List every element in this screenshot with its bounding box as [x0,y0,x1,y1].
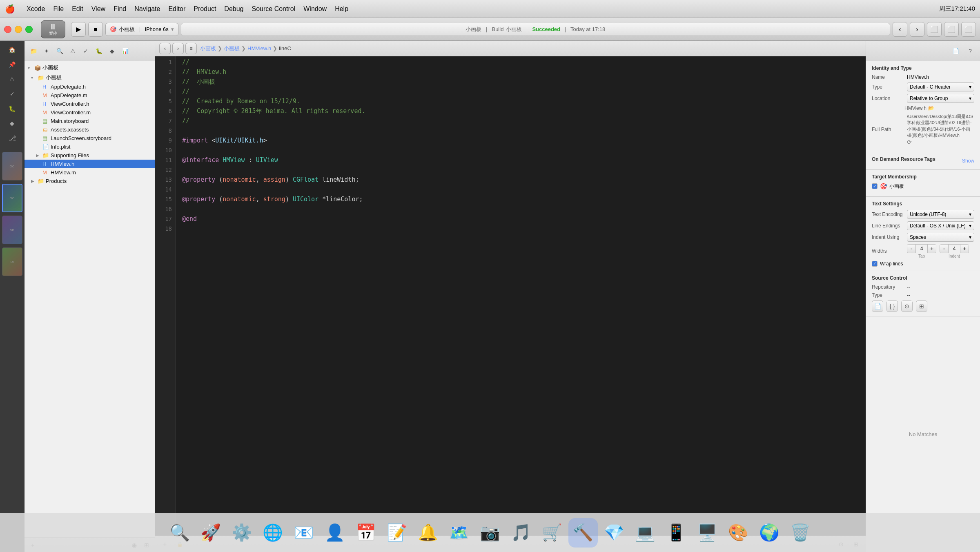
menubar-product[interactable]: Product [189,0,220,18]
forward-button[interactable]: › [910,22,924,37]
help-inspector-btn[interactable]: ? [964,45,976,57]
close-button[interactable] [4,26,11,33]
reveal-icon[interactable]: ⟳ [907,139,912,145]
test-nav-btn[interactable]: ✓ [80,45,91,57]
dock-contacts[interactable]: 👤 [320,518,350,548]
tab-width-stepper[interactable]: - 4 + [907,244,936,253]
dock-trash[interactable]: 🗑️ [786,518,815,548]
sc-add-icon[interactable]: 📄 [872,300,883,312]
menubar-find[interactable]: Find [109,0,130,18]
menubar-help[interactable]: Help [331,0,352,18]
stop-button[interactable]: ■ [88,22,103,37]
dock-preferences[interactable]: ⚙️ [227,518,256,548]
code-editor[interactable]: // // HMView.h // 小画板 // // Created by R… [176,56,866,536]
report-nav-btn[interactable]: 📊 [119,45,131,57]
tree-products[interactable]: ▶ 📁 Products [24,177,155,185]
dock-chrome[interactable]: 🌍 [755,518,784,548]
indent-increment-btn[interactable]: + [960,245,969,253]
tree-appdelegate-h[interactable]: H AppDelegate.h [24,82,155,91]
folder-browse-icon[interactable]: 📂 [928,105,934,111]
debug-nav-btn[interactable]: 🐛 [93,45,105,57]
back-button[interactable]: ‹ [893,22,907,37]
indent-decrement-btn[interactable]: - [940,245,948,253]
breadcrumb-item-0[interactable]: 小画板 [200,45,216,52]
scheme-selector[interactable]: 🎯 小画板 ｜ iPhone 6s ▾ [105,23,178,36]
sc-diff-icon[interactable]: { } [886,300,898,312]
menubar-window[interactable]: Window [299,0,331,18]
debug2-icon-btn[interactable]: 🐛 [7,103,18,114]
pause-button[interactable]: ⏸ 暂停 [41,20,65,38]
dock-photos[interactable]: 📷 [475,518,505,548]
home-icon-btn[interactable]: 🏠 [7,44,18,56]
breadcrumb-item-2[interactable]: HMView.h [247,45,271,51]
dock-simulator[interactable]: 📱 [662,518,691,548]
tree-project[interactable]: ▾ 📦 小画板 [24,63,155,73]
target-checkbox[interactable] [872,183,878,189]
dock-mail[interactable]: 📧 [289,518,318,548]
editor-back-button[interactable]: ‹ [159,43,171,54]
related-items-button[interactable]: ≡ [185,43,197,54]
editor-forward-button[interactable]: › [172,43,184,54]
tree-main-group[interactable]: ▾ 📁 小画板 [24,73,155,82]
indent-dropdown[interactable]: Spaces ▾ [907,233,974,242]
apple-menu[interactable]: 🍎 [5,4,15,14]
code-content[interactable]: 1 2 3 4 5 6 7 8 9 10 11 12 13 14 15 16 1 [155,56,866,536]
navigator-toggle[interactable]: ⬜ [927,22,942,37]
breakpoint-nav-btn[interactable]: ◆ [106,45,118,57]
sc-history-icon[interactable]: ⊞ [916,300,927,312]
indent-width-stepper[interactable]: - 4 + [940,244,969,253]
debug-toggle[interactable]: ⬜ [944,22,959,37]
issue-nav-btn[interactable]: ⚠ [67,45,78,57]
file-nav-btn[interactable]: 📁 [28,45,39,57]
run-button[interactable]: ▶ [71,22,86,37]
location-dropdown[interactable]: Relative to Group ▾ [907,94,974,103]
dock-vm[interactable]: 🖥️ [693,518,722,548]
dock-notes[interactable]: 📝 [382,518,412,548]
sc-commit-icon[interactable]: ⊙ [901,300,913,312]
tree-assets[interactable]: 🗂 Assets.xcassets [24,125,155,134]
tree-appdelegate-m[interactable]: M AppDelegate.m [24,91,155,100]
warning-icon-btn[interactable]: ⚠ [7,73,18,85]
file-inspector-btn[interactable]: 📄 [950,45,961,57]
tree-hmview-m[interactable]: M HMView.m [24,168,155,177]
mini-thumb-3[interactable]: SB [2,216,22,244]
dock-calendar[interactable]: 📅 [351,518,381,548]
tab-decrement-btn[interactable]: - [907,245,915,253]
inspector-toggle[interactable]: ⬜ [961,22,976,37]
symbol-nav-btn[interactable]: ✦ [41,45,52,57]
breakpoint-icon-btn[interactable]: ◆ [7,118,18,129]
type-dropdown[interactable]: Default - C Header ▾ [907,82,974,91]
show-button[interactable]: Show [962,158,974,164]
breadcrumb-item-1[interactable]: 小画板 [224,45,240,52]
menubar-xcode[interactable]: Xcode [22,0,49,18]
endings-dropdown[interactable]: Default - OS X / Unix (LF) ▾ [907,221,974,230]
menubar-editor[interactable]: Editor [164,0,189,18]
dock-safari[interactable]: 🌐 [258,518,287,548]
mini-thumb-2[interactable]: OC [2,184,22,212]
tab-increment-btn[interactable]: + [928,245,936,253]
tree-launchscreen[interactable]: ▤ LaunchScreen.storyboard [24,134,155,142]
minimize-button[interactable] [15,26,22,33]
dock-xcode[interactable]: 🔨 [568,518,598,548]
wrap-checkbox[interactable] [872,261,878,267]
mini-thumb-1[interactable]: OC [2,152,22,180]
menubar-source-control[interactable]: Source Control [248,0,300,18]
dock-finder[interactable]: 🔍 [165,518,194,548]
dock-launchpad[interactable]: 🚀 [196,518,225,548]
menubar-navigate[interactable]: Navigate [130,0,164,18]
tree-viewcontroller-m[interactable]: M ViewController.m [24,108,155,117]
menubar-view[interactable]: View [87,0,109,18]
search-nav-btn[interactable]: 🔍 [54,45,65,57]
bookmark-icon-btn[interactable]: 📌 [7,59,18,70]
dock-appstore[interactable]: 🛒 [537,518,567,548]
tree-hmview-h[interactable]: H HMView.h [24,160,155,168]
test-icon-btn[interactable]: ✓ [7,88,18,100]
dock-photoshop[interactable]: 🎨 [724,518,753,548]
dock-itunes[interactable]: 🎵 [506,518,536,548]
menubar-file[interactable]: File [49,0,68,18]
menubar-edit[interactable]: Edit [68,0,87,18]
maximize-button[interactable] [25,26,33,33]
dock-reminders[interactable]: 🔔 [413,518,443,548]
dock-maps[interactable]: 🗺️ [444,518,474,548]
dock-sketch[interactable]: 💎 [599,518,629,548]
